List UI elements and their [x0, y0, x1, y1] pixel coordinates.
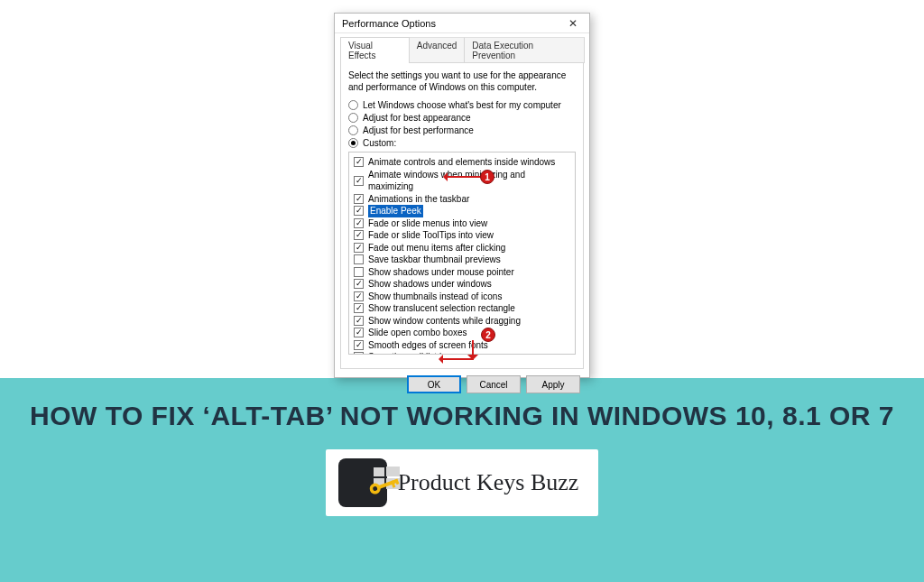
logo-card: Product Keys Buzz — [326, 449, 599, 516]
tab-advanced[interactable]: Advanced — [409, 37, 465, 63]
check-row[interactable]: Fade or slide menus into view — [353, 217, 571, 230]
close-icon: ✕ — [568, 17, 578, 30]
radio-label: Let Windows choose what's best for my co… — [363, 100, 561, 110]
dialog-title: Performance Options — [342, 18, 436, 29]
radio-icon — [348, 138, 358, 148]
radio-icon — [348, 100, 358, 110]
checkbox-icon — [354, 316, 364, 326]
checkbox-icon — [354, 157, 364, 167]
check-label: Fade out menu items after clicking — [368, 242, 505, 254]
titlebar: Performance Options ✕ — [335, 14, 589, 33]
checkbox-icon — [354, 194, 364, 204]
upper-section: Performance Options ✕ Visual Effects Adv… — [0, 0, 924, 378]
article-headline: HOW TO FIX ‘ALT-TAB’ NOT WORKING IN WIND… — [0, 398, 924, 433]
tab-panel-visual-effects: Select the settings you want to use for … — [340, 62, 584, 369]
checkbox-icon — [354, 303, 364, 313]
check-row[interactable]: Smooth-scroll list boxes — [353, 351, 571, 355]
check-row[interactable]: Show translucent selection rectangle — [353, 302, 571, 315]
windows-key-icon — [338, 458, 387, 507]
radio-label: Adjust for best appearance — [363, 113, 471, 123]
tab-row: Visual Effects Advanced Data Execution P… — [335, 33, 589, 63]
radio-icon — [348, 113, 358, 123]
dialog-button-row: OK Cancel Apply — [335, 375, 589, 402]
check-label: Animate windows when minimizing and maxi… — [368, 169, 570, 193]
check-label: Smooth-scroll list boxes — [368, 351, 464, 355]
close-button[interactable]: ✕ — [560, 15, 586, 32]
apply-button[interactable]: Apply — [526, 375, 580, 393]
radio-label: Custom: — [363, 138, 396, 148]
check-row[interactable]: Show thumbnails instead of icons — [353, 291, 571, 303]
check-row[interactable]: Smooth edges of screen fonts — [353, 339, 571, 352]
cancel-button[interactable]: Cancel — [467, 375, 521, 393]
ok-button[interactable]: OK — [407, 375, 461, 393]
check-row[interactable]: Fade or slide ToolTips into view — [353, 229, 571, 242]
logo-text: Product Keys Buzz — [398, 469, 579, 496]
tab-visual-effects[interactable]: Visual Effects — [340, 37, 410, 63]
check-row[interactable]: Fade out menu items after clicking — [353, 242, 571, 254]
check-row[interactable]: Animations in the taskbar — [353, 193, 571, 206]
check-label: Show thumbnails instead of icons — [368, 291, 502, 303]
radio-label: Adjust for best performance — [363, 125, 474, 135]
checkbox-icon — [354, 230, 364, 240]
checkbox-icon — [354, 176, 364, 186]
radio-let-windows-choose[interactable]: Let Windows choose what's best for my co… — [348, 100, 576, 110]
check-row[interactable]: Show window contents while dragging — [353, 315, 571, 328]
radio-best-appearance[interactable]: Adjust for best appearance — [348, 113, 576, 123]
checkbox-icon — [354, 206, 364, 216]
checkbox-icon — [354, 218, 364, 228]
check-row[interactable]: Show shadows under mouse pointer — [353, 266, 571, 279]
check-row[interactable]: Animate windows when minimizing and maxi… — [353, 169, 571, 193]
checkbox-icon — [354, 267, 364, 277]
checkbox-icon — [354, 352, 364, 355]
effects-checklist[interactable]: Animate controls and elements inside win… — [348, 152, 576, 355]
tab-dep[interactable]: Data Execution Prevention — [464, 37, 585, 63]
check-label: Show shadows under mouse pointer — [368, 266, 514, 279]
check-label: Show translucent selection rectangle — [368, 302, 515, 315]
checkbox-icon — [354, 291, 364, 301]
check-label: Animations in the taskbar — [368, 193, 469, 206]
svg-rect-1 — [386, 467, 400, 476]
check-label: Smooth edges of screen fonts — [368, 339, 488, 352]
check-row[interactable]: Animate controls and elements inside win… — [353, 156, 571, 169]
check-row[interactable]: Enable Peek — [353, 205, 571, 217]
check-label: Fade or slide menus into view — [368, 217, 487, 230]
check-label: Enable Peek — [368, 205, 423, 217]
radio-best-performance[interactable]: Adjust for best performance — [348, 125, 576, 135]
check-label: Save taskbar thumbnail previews — [368, 254, 501, 266]
check-row[interactable]: Show shadows under windows — [353, 278, 571, 291]
check-row[interactable]: Save taskbar thumbnail previews — [353, 254, 571, 266]
panel-description: Select the settings you want to use for … — [348, 70, 576, 93]
svg-rect-0 — [374, 467, 384, 476]
banner-section: HOW TO FIX ‘ALT-TAB’ NOT WORKING IN WIND… — [0, 378, 924, 582]
check-label: Show shadows under windows — [368, 278, 492, 291]
check-label: Animate controls and elements inside win… — [368, 156, 555, 169]
radio-custom[interactable]: Custom: — [348, 138, 576, 148]
checkbox-icon — [354, 328, 364, 337]
check-label: Slide open combo boxes — [368, 327, 467, 339]
check-label: Show window contents while dragging — [368, 315, 521, 328]
checkbox-icon — [354, 243, 364, 253]
radio-icon — [348, 125, 358, 135]
checkbox-icon — [354, 279, 364, 289]
performance-options-dialog: Performance Options ✕ Visual Effects Adv… — [334, 13, 590, 378]
check-row[interactable]: Slide open combo boxes — [353, 327, 571, 339]
check-label: Fade or slide ToolTips into view — [368, 229, 494, 242]
checkbox-icon — [354, 254, 364, 264]
checkbox-icon — [354, 340, 364, 350]
